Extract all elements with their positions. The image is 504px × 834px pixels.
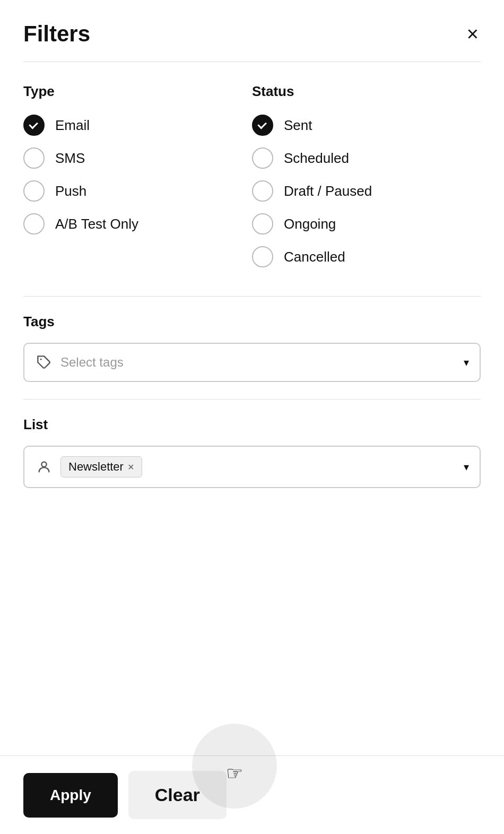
type-push-item[interactable]: Push bbox=[23, 180, 252, 202]
type-abtest-item[interactable]: A/B Test Only bbox=[23, 213, 252, 234]
clear-button[interactable]: Clear bbox=[128, 771, 227, 819]
tags-dropdown[interactable]: Select tags ▾ bbox=[23, 343, 481, 382]
status-ongoing-checkbox[interactable] bbox=[252, 213, 273, 234]
status-sent-item[interactable]: Sent bbox=[252, 115, 481, 136]
status-draft-label: Draft / Paused bbox=[284, 183, 372, 199]
type-email-checkbox[interactable] bbox=[23, 115, 45, 136]
status-cancelled-checkbox[interactable] bbox=[252, 246, 273, 267]
filter-panel: Filters × Type Email SMS Push bbox=[0, 0, 504, 834]
list-newsletter-remove[interactable]: × bbox=[128, 462, 134, 472]
type-label: Type bbox=[23, 83, 252, 100]
status-sent-label: Sent bbox=[284, 117, 312, 134]
type-sms-checkbox[interactable] bbox=[23, 147, 45, 169]
status-ongoing-item[interactable]: Ongoing bbox=[252, 213, 481, 234]
type-abtest-checkbox[interactable] bbox=[23, 213, 45, 234]
status-draft-item[interactable]: Draft / Paused bbox=[252, 180, 481, 202]
type-push-checkbox[interactable] bbox=[23, 180, 45, 202]
status-sent-checkbox[interactable] bbox=[252, 115, 273, 136]
type-sms-item[interactable]: SMS bbox=[23, 147, 252, 169]
status-cancelled-item[interactable]: Cancelled bbox=[252, 246, 481, 267]
cursor-hand-icon: ☞ bbox=[226, 764, 243, 783]
type-sms-label: SMS bbox=[55, 150, 85, 167]
list-newsletter-label: Newsletter bbox=[68, 460, 124, 474]
tags-chevron-icon: ▾ bbox=[464, 356, 469, 369]
tags-placeholder: Select tags bbox=[60, 355, 456, 370]
footer: Apply Clear ☞ bbox=[0, 755, 504, 834]
status-label: Status bbox=[252, 83, 481, 100]
status-column: Status Sent Scheduled Draft / Paused Ong… bbox=[252, 83, 481, 279]
type-email-label: Email bbox=[55, 117, 90, 134]
status-ongoing-label: Ongoing bbox=[284, 216, 336, 232]
status-scheduled-checkbox[interactable] bbox=[252, 147, 273, 169]
status-cancelled-label: Cancelled bbox=[284, 249, 345, 265]
type-abtest-label: A/B Test Only bbox=[55, 216, 138, 232]
filter-columns: Type Email SMS Push A/B Test Only bbox=[23, 83, 481, 279]
status-scheduled-item[interactable]: Scheduled bbox=[252, 147, 481, 169]
type-status-section: Type Email SMS Push A/B Test Only bbox=[0, 62, 504, 279]
type-status-divider bbox=[23, 296, 481, 297]
tags-section: Tags Select tags ▾ bbox=[0, 314, 504, 382]
user-icon bbox=[35, 458, 53, 476]
type-email-item[interactable]: Email bbox=[23, 115, 252, 136]
list-label: List bbox=[23, 416, 481, 433]
type-push-label: Push bbox=[55, 183, 86, 199]
panel-title: Filters bbox=[23, 21, 90, 47]
type-column: Type Email SMS Push A/B Test Only bbox=[23, 83, 252, 279]
list-selected-values: Newsletter × bbox=[60, 456, 456, 477]
status-draft-checkbox[interactable] bbox=[252, 180, 273, 202]
svg-point-1 bbox=[41, 462, 46, 467]
list-newsletter-chip: Newsletter × bbox=[60, 456, 142, 477]
tags-list-divider bbox=[23, 399, 481, 399]
list-section: List Newsletter × ▾ bbox=[0, 416, 504, 488]
status-scheduled-label: Scheduled bbox=[284, 150, 349, 167]
list-dropdown[interactable]: Newsletter × ▾ bbox=[23, 446, 481, 488]
tags-label: Tags bbox=[23, 314, 481, 330]
list-chevron-icon: ▾ bbox=[464, 461, 469, 473]
panel-header: Filters × bbox=[0, 0, 504, 62]
tag-icon bbox=[35, 353, 53, 371]
apply-button[interactable]: Apply bbox=[23, 773, 118, 818]
close-button[interactable]: × bbox=[465, 22, 481, 46]
